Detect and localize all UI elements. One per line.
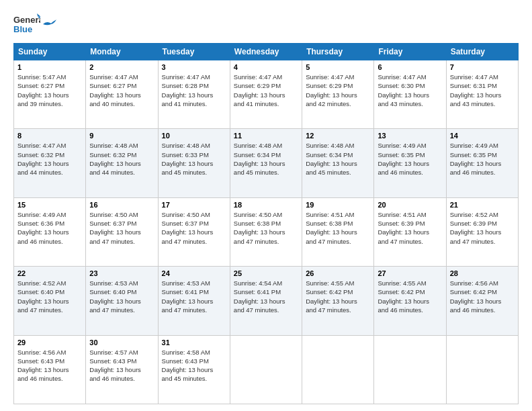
sunrise: Sunrise: 4:47 AM: [378, 73, 442, 81]
day-cell: 31 Sunrise: 4:58 AM Sunset: 6:43 PM Dayl…: [158, 335, 230, 404]
sunrise: Sunrise: 5:47 AM: [17, 73, 82, 81]
sunrise: Sunrise: 4:54 AM: [234, 279, 298, 287]
day-cell: 23 Sunrise: 4:53 AM Sunset: 6:40 PM Dayl…: [86, 267, 158, 335]
day-info: Sunrise: 4:57 AM Sunset: 6:43 PM Dayligh…: [89, 348, 154, 383]
day-info: Sunrise: 4:54 AM Sunset: 6:41 PM Dayligh…: [234, 279, 298, 314]
daylight: Daylight: 13 hours: [306, 91, 370, 99]
day-number: 14: [450, 132, 515, 140]
day-number: 9: [89, 132, 154, 140]
day-info: Sunrise: 4:56 AM Sunset: 6:42 PM Dayligh…: [450, 279, 515, 314]
daylight: Daylight: 13 hours: [450, 297, 515, 306]
weekday-header-sunday: Sunday: [14, 44, 86, 60]
sunrise: Sunrise: 4:48 AM: [162, 141, 226, 150]
sunrise: Sunrise: 4:50 AM: [89, 210, 154, 219]
day-number: 8: [17, 132, 82, 140]
sunrise: Sunrise: 4:47 AM: [234, 73, 298, 81]
daylight: Daylight: 13 hours: [89, 365, 154, 374]
day-cell: 30 Sunrise: 4:57 AM Sunset: 6:43 PM Dayl…: [86, 335, 158, 404]
day-number: 16: [89, 201, 154, 209]
sunrise: Sunrise: 4:55 AM: [378, 279, 442, 287]
day-cell: 17 Sunrise: 4:50 AM Sunset: 6:37 PM Dayl…: [158, 197, 230, 266]
daylight: Daylight: 13 hours: [450, 159, 515, 168]
weekday-header-saturday: Saturday: [446, 44, 518, 60]
day-info: Sunrise: 4:47 AM Sunset: 6:28 PM Dayligh…: [162, 73, 226, 108]
daylight: Daylight: 13 hours: [234, 91, 298, 99]
day-number: 6: [378, 63, 442, 71]
sunset: Sunset: 6:33 PM: [162, 150, 226, 159]
sunset: Sunset: 6:29 PM: [306, 81, 370, 90]
daylight: Daylight: 13 hours: [450, 228, 515, 236]
day-number: 20: [378, 201, 442, 209]
day-cell: 21 Sunrise: 4:52 AM Sunset: 6:39 PM Dayl…: [446, 197, 518, 266]
daylight: Daylight: 13 hours: [378, 297, 442, 306]
day-cell: [374, 335, 446, 404]
sunrise: Sunrise: 4:52 AM: [17, 279, 82, 287]
daylight: Daylight: 13 hours: [450, 91, 515, 99]
day-cell: 1 Sunrise: 5:47 AM Sunset: 6:27 PM Dayli…: [14, 60, 86, 129]
day-info: Sunrise: 4:53 AM Sunset: 6:40 PM Dayligh…: [89, 279, 154, 314]
daylight: Daylight: 13 hours: [306, 159, 370, 168]
day-cell: 7 Sunrise: 4:47 AM Sunset: 6:31 PM Dayli…: [446, 60, 518, 129]
sunrise: Sunrise: 4:48 AM: [234, 141, 298, 150]
daylight: Daylight: 13 hours: [306, 297, 370, 306]
daylight: Daylight: 13 hours: [89, 228, 154, 236]
day-info: Sunrise: 4:48 AM Sunset: 6:33 PM Dayligh…: [162, 141, 226, 177]
sunrise: Sunrise: 4:49 AM: [450, 141, 515, 150]
day-number: 3: [162, 63, 226, 71]
daylight-minutes: and 46 minutes.: [89, 374, 154, 383]
daylight: Daylight: 13 hours: [306, 228, 370, 236]
day-number: 1: [17, 63, 82, 71]
day-number: 4: [234, 63, 298, 71]
daylight: Daylight: 13 hours: [89, 91, 154, 99]
page: General Blue SundayMondayTuesdayWednesda…: [0, 0, 532, 411]
day-info: Sunrise: 5:47 AM Sunset: 6:27 PM Dayligh…: [17, 73, 82, 108]
daylight-minutes: and 40 minutes.: [89, 99, 154, 108]
sunrise: Sunrise: 4:57 AM: [89, 348, 154, 357]
day-cell: 28 Sunrise: 4:56 AM Sunset: 6:42 PM Dayl…: [446, 267, 518, 335]
daylight-minutes: and 41 minutes.: [162, 99, 226, 108]
day-cell: 4 Sunrise: 4:47 AM Sunset: 6:29 PM Dayli…: [230, 60, 302, 129]
daylight-minutes: and 46 minutes.: [450, 306, 515, 314]
sunset: Sunset: 6:27 PM: [17, 81, 82, 90]
bird-icon: [43, 17, 56, 31]
day-cell: 3 Sunrise: 4:47 AM Sunset: 6:28 PM Dayli…: [158, 60, 230, 129]
day-info: Sunrise: 4:55 AM Sunset: 6:42 PM Dayligh…: [306, 279, 370, 314]
sunrise: Sunrise: 4:48 AM: [89, 141, 154, 150]
day-number: 27: [378, 269, 442, 277]
day-info: Sunrise: 4:49 AM Sunset: 6:36 PM Dayligh…: [17, 210, 82, 246]
sunset: Sunset: 6:32 PM: [89, 150, 154, 159]
sunset: Sunset: 6:37 PM: [89, 219, 154, 228]
day-cell: 22 Sunrise: 4:52 AM Sunset: 6:40 PM Dayl…: [14, 267, 86, 335]
daylight-minutes: and 45 minutes.: [162, 374, 226, 383]
day-cell: 26 Sunrise: 4:55 AM Sunset: 6:42 PM Dayl…: [302, 267, 374, 335]
day-cell: 8 Sunrise: 4:47 AM Sunset: 6:32 PM Dayli…: [14, 129, 86, 197]
sunset: Sunset: 6:29 PM: [234, 81, 298, 90]
weekday-header-thursday: Thursday: [302, 44, 374, 60]
day-number: 23: [89, 269, 154, 277]
daylight: Daylight: 13 hours: [162, 159, 226, 168]
daylight-minutes: and 47 minutes.: [17, 306, 82, 314]
week-row-1: 1 Sunrise: 5:47 AM Sunset: 6:27 PM Dayli…: [14, 60, 519, 129]
sunset: Sunset: 6:38 PM: [234, 219, 298, 228]
daylight-minutes: and 47 minutes.: [306, 306, 370, 314]
sunrise: Sunrise: 4:52 AM: [450, 210, 515, 219]
sunrise: Sunrise: 4:50 AM: [234, 210, 298, 219]
day-cell: [302, 335, 374, 404]
daylight: Daylight: 13 hours: [162, 91, 226, 99]
sunset: Sunset: 6:27 PM: [89, 81, 154, 90]
day-cell: 13 Sunrise: 4:49 AM Sunset: 6:35 PM Dayl…: [374, 129, 446, 197]
day-info: Sunrise: 4:48 AM Sunset: 6:32 PM Dayligh…: [89, 141, 154, 177]
daylight: Daylight: 13 hours: [17, 228, 82, 236]
day-info: Sunrise: 4:47 AM Sunset: 6:29 PM Dayligh…: [306, 73, 370, 108]
sunset: Sunset: 6:42 PM: [306, 287, 370, 296]
day-cell: 14 Sunrise: 4:49 AM Sunset: 6:35 PM Dayl…: [446, 129, 518, 197]
day-info: Sunrise: 4:51 AM Sunset: 6:38 PM Dayligh…: [306, 210, 370, 246]
sunset: Sunset: 6:42 PM: [450, 287, 515, 296]
sunset: Sunset: 6:43 PM: [89, 357, 154, 365]
day-info: Sunrise: 4:50 AM Sunset: 6:37 PM Dayligh…: [162, 210, 226, 246]
daylight: Daylight: 13 hours: [378, 159, 442, 168]
daylight-minutes: and 47 minutes.: [89, 306, 154, 314]
day-number: 18: [234, 201, 298, 209]
day-number: 11: [234, 132, 298, 140]
daylight-minutes: and 43 minutes.: [378, 99, 442, 108]
